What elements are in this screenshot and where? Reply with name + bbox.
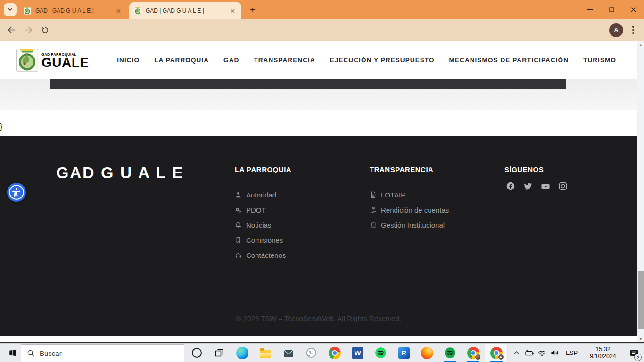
nav-item-la-parroquia[interactable]: LA PARROQUIA [154, 57, 209, 64]
browser-tab-active[interactable]: GAD | GAD G U A L E | [129, 2, 241, 19]
site-logo[interactable]: GAD PARROQUIAL GUALE [16, 47, 89, 74]
taskbar-icon-chrome-profile[interactable] [462, 344, 485, 362]
accessibility-widget-button[interactable] [7, 183, 26, 202]
footer-link-label: Autoridad [246, 191, 276, 199]
browser-tab-inactive[interactable]: GAD | GAD G U A L E | [19, 2, 127, 19]
footer-link-label: LOTAIP [381, 191, 405, 199]
tab-close-icon[interactable] [228, 7, 237, 15]
footer-link-autoridad[interactable]: Autoridad [235, 187, 367, 202]
back-button[interactable] [4, 23, 19, 38]
footer-column-title: TRANSPARENCIA [370, 165, 433, 173]
footer-column-title: LA PARROQUIA [235, 165, 291, 173]
tab-close-icon[interactable] [114, 7, 123, 15]
volume-status[interactable] [548, 344, 561, 362]
taskbar-icon-spotify[interactable] [369, 344, 392, 362]
taskbar-icon-chrome[interactable] [323, 344, 346, 362]
wifi-icon [537, 349, 546, 357]
footer-link-comisiones[interactable]: Comisiones [235, 232, 367, 247]
forward-button[interactable] [21, 23, 36, 38]
copyright-text: © 2023 TSW – TecnoServiWeb. All Rights R… [0, 314, 637, 322]
tab-divider [127, 6, 127, 15]
youtube-icon[interactable] [541, 181, 550, 191]
tray-time: 15:32 [590, 346, 616, 353]
bell-icon [235, 222, 242, 229]
taskbar-icon-mail[interactable] [277, 344, 300, 362]
nav-item-ejecuci-n-y-presupuesto[interactable]: EJECUCIÓN Y PRESUPUESTO [330, 57, 435, 64]
window-controls [579, 0, 644, 19]
chevron-down-icon [7, 7, 13, 13]
clock[interactable]: 15:32 9/10/2024 [582, 344, 624, 362]
search-icon [27, 349, 35, 357]
footer-links: AutoridadPDOTNoticiasComisionesContácten… [235, 187, 367, 263]
footer-column-title: SÍGUENOS [504, 165, 544, 173]
taskbar-icon-file-explorer[interactable] [254, 344, 277, 362]
footer-link-contáctenos[interactable]: Contáctenos [235, 247, 367, 263]
profile-avatar[interactable]: A [609, 23, 623, 37]
document-icon [370, 191, 377, 198]
nav-item-turismo[interactable]: TURISMO [583, 57, 616, 64]
tab-search-button[interactable] [4, 3, 17, 16]
logo-big-text: GUALE [41, 57, 89, 69]
wifi-status[interactable] [536, 344, 548, 362]
site-favicon [134, 7, 142, 15]
chevron-up-icon [513, 350, 520, 356]
maximize-button[interactable] [601, 0, 622, 19]
taskbar-icon-task-view[interactable] [207, 344, 231, 362]
system-tray: ESP 15:32 9/10/2024 2 [510, 344, 644, 362]
laptop-icon [370, 222, 377, 229]
taskbar-icon-revit[interactable]: R [392, 344, 415, 362]
footer-link-gestión-institucional[interactable]: Gestión Institucional [370, 217, 502, 232]
cortana-icon [192, 348, 202, 358]
scrollbar-up-arrow[interactable]: ▲ [637, 42, 644, 48]
taskbar-icon-whatsapp[interactable] [300, 344, 323, 362]
hand-coin-icon [370, 206, 377, 214]
close-button[interactable] [622, 0, 644, 19]
search-placeholder: Buscar [40, 349, 62, 357]
footer-brand: GAD G U A L E [56, 164, 184, 182]
avatar-letter: A [614, 26, 618, 33]
notification-count-badge: 2 [634, 354, 642, 361]
nav-item-gad[interactable]: GAD [223, 57, 239, 64]
taskbar-icon-spotify-alt[interactable] [438, 344, 462, 362]
taskbar-icon-edge[interactable] [231, 344, 254, 362]
facebook-icon[interactable] [506, 181, 515, 191]
footer-link-lotaip[interactable]: LOTAIP [370, 187, 502, 202]
reload-button[interactable] [38, 23, 53, 38]
footer-link-label: Rendición de cuentas [381, 206, 449, 214]
nav-item-mecanismos-de-participaci-n[interactable]: MECANISMOS DE PARTICIPACIÓN [449, 57, 569, 64]
browser-menu-button[interactable] [626, 23, 640, 37]
taskbar-app-icons: WRA [207, 344, 508, 362]
instagram-icon[interactable] [558, 181, 568, 191]
tab-title: GAD | GAD G U A L E | [146, 8, 224, 14]
minimize-button[interactable] [579, 0, 601, 19]
tray-expand-button[interactable] [510, 344, 524, 362]
nav-item-transparencia[interactable]: TRANSPARENCIA [254, 57, 315, 64]
taskbar-icon-word[interactable]: W [346, 344, 369, 362]
kebab-icon [632, 26, 634, 28]
footer-link-rendición-de-cuentas[interactable]: Rendición de cuentas [370, 202, 502, 217]
accessibility-icon [8, 184, 25, 200]
user-icon [235, 191, 242, 198]
screen: GAD | GAD G U A L E | GAD | GAD G U A L … [0, 0, 644, 362]
language-indicator[interactable]: ESP [561, 344, 582, 362]
scrollbar-down-arrow[interactable]: ▼ [637, 336, 644, 342]
site-footer: GAD G U A L E – LA PARROQUIA AutoridadPD… [0, 136, 637, 336]
action-center-button[interactable]: 2 [624, 344, 644, 362]
start-button[interactable] [5, 344, 21, 362]
close-icon [631, 7, 636, 12]
nav-item-inicio[interactable]: INICIO [117, 57, 140, 64]
scrollbar-thumb[interactable] [638, 271, 644, 329]
cortana-button[interactable] [190, 344, 204, 362]
back-icon [7, 25, 16, 34]
twitter-icon[interactable] [523, 181, 533, 191]
footer-link-label: Noticias [246, 221, 271, 229]
page-scrollbar[interactable]: ▲ ▼ [637, 41, 644, 343]
main-navigation: INICIOLA PARROQUIAGADTRANSPARENCIAEJECUC… [117, 41, 616, 79]
footer-link-noticias[interactable]: Noticias [235, 217, 367, 232]
taskbar-search-box[interactable]: Buscar [21, 344, 184, 362]
footer-link-pdot[interactable]: PDOT [235, 202, 367, 217]
battery-status[interactable] [524, 344, 536, 362]
new-tab-button[interactable]: + [246, 3, 259, 16]
taskbar-icon-firefox[interactable] [415, 344, 438, 362]
taskbar-icon-chrome-active[interactable]: A [485, 344, 508, 362]
